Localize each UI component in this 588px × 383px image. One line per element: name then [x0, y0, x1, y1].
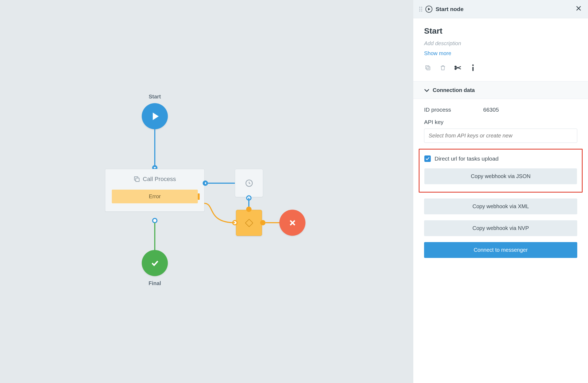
cut-action-icon[interactable] — [454, 64, 462, 72]
delete-action-icon[interactable] — [439, 64, 447, 72]
delay-node[interactable] — [235, 169, 263, 197]
error-banner[interactable]: Error — [112, 190, 198, 203]
id-process-label: ID process — [424, 107, 483, 113]
svg-point-7 — [472, 65, 474, 66]
svg-rect-3 — [426, 66, 429, 69]
diamond-icon — [245, 219, 253, 227]
info-action-icon[interactable] — [469, 64, 477, 72]
description-input[interactable]: Add description — [424, 40, 577, 47]
copy-webhook-nvp-button[interactable]: Copy webhook via NVP — [424, 220, 577, 236]
id-process-value: 66305 — [483, 107, 499, 113]
close-icon — [288, 218, 297, 227]
panel-header-title: Start node — [436, 6, 464, 12]
connect-to-messenger-button[interactable]: Connect to messenger — [424, 242, 577, 258]
drag-handle-icon[interactable] — [419, 7, 422, 12]
connection-data-section-header[interactable]: Connection data — [413, 81, 588, 99]
properties-panel: Start node Start Add description Show mo… — [413, 0, 588, 383]
play-icon — [153, 112, 159, 120]
copy-action-icon[interactable] — [424, 64, 432, 72]
port-callprocess-out[interactable] — [152, 218, 157, 223]
check-icon — [150, 258, 160, 268]
svg-rect-4 — [427, 67, 430, 70]
direct-url-checkbox[interactable] — [424, 155, 431, 162]
call-process-node[interactable]: Call Process Error — [105, 169, 205, 212]
final-node[interactable] — [142, 250, 168, 276]
port-delay-in[interactable] — [203, 180, 208, 186]
error-text: Error — [149, 193, 161, 199]
chevron-down-icon — [424, 86, 429, 94]
edge-callprocess-final — [154, 223, 155, 252]
action-toolbar — [424, 64, 577, 79]
connection-data-title: Connection data — [433, 87, 475, 93]
start-icon — [425, 6, 432, 13]
svg-rect-8 — [472, 67, 474, 71]
start-node[interactable] — [142, 103, 168, 129]
api-key-input[interactable] — [424, 129, 577, 143]
check-icon — [425, 157, 430, 161]
port-condition-left[interactable] — [232, 220, 238, 225]
svg-rect-1 — [136, 178, 139, 182]
edge-start-callprocess — [154, 129, 155, 169]
edge-callprocess-delay — [208, 183, 235, 184]
direct-url-label: Direct url for tasks upload — [435, 155, 499, 162]
port-condition-top[interactable] — [246, 207, 252, 212]
direct-url-highlight: Direct url for tasks upload Copy webhook… — [419, 149, 583, 193]
call-process-title: Call Process — [143, 176, 176, 183]
node-title[interactable]: Start — [424, 26, 577, 36]
panel-header: Start node — [413, 0, 588, 18]
copy-webhook-json-button[interactable]: Copy webhook via JSON — [424, 168, 577, 184]
copy-webhook-xml-button[interactable]: Copy webhook via XML — [424, 198, 577, 214]
port-condition-right[interactable] — [260, 220, 266, 225]
process-canvas[interactable]: Start Call Process Error — [0, 0, 413, 383]
error-end-node[interactable] — [279, 210, 306, 236]
condition-node[interactable] — [236, 210, 262, 236]
edge-condition-error — [266, 222, 280, 223]
call-process-icon — [134, 176, 140, 182]
error-output-port[interactable] — [198, 193, 200, 200]
start-node-label: Start — [149, 94, 161, 100]
api-key-label: API key — [424, 119, 483, 125]
show-more-link[interactable]: Show more — [424, 50, 577, 56]
final-node-label: Final — [149, 280, 161, 286]
clock-icon — [245, 179, 253, 187]
close-icon — [575, 5, 582, 12]
panel-close-button[interactable] — [575, 5, 582, 13]
connection-data-body: ID process 66305 API key Direct url for … — [413, 99, 588, 265]
